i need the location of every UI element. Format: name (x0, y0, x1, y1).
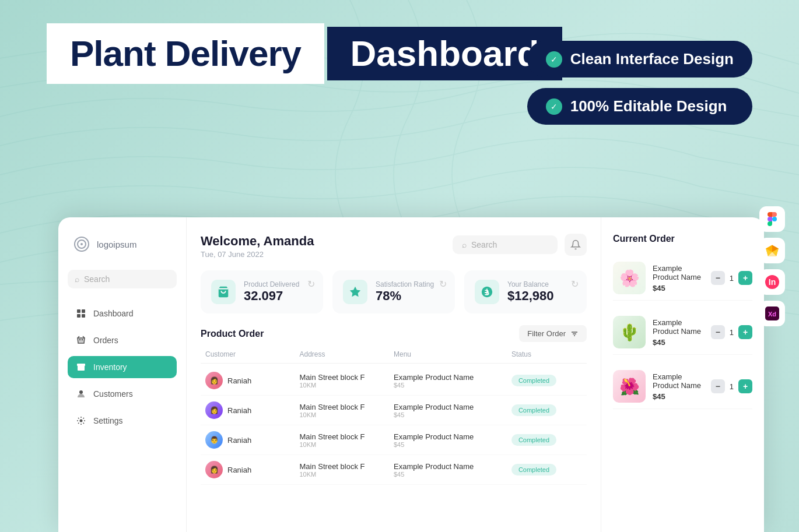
address-cell: Main Street block F 10KM (300, 373, 394, 389)
increase-qty-button[interactable]: + (738, 379, 752, 393)
refresh-icon-3[interactable]: ↻ (571, 279, 579, 290)
product-cell: Example Product Name $45 (394, 462, 511, 478)
right-panel: Current Order 🌸 Example Product Name $45… (601, 217, 764, 532)
sidebar-item-label: Dashboard (93, 309, 134, 318)
sketch-icon[interactable] (759, 238, 785, 263)
product-price: $45 (394, 411, 511, 418)
hero-subtitle: Dashboard (351, 34, 539, 73)
stat-info: Your Balance $12,980 (507, 280, 554, 304)
sidebar-item-customers[interactable]: Customers (68, 383, 177, 405)
search-text: Search (471, 240, 497, 249)
decrease-qty-button[interactable]: − (711, 271, 725, 285)
status-cell: Completed (511, 434, 582, 446)
customer-name: Raniah (227, 376, 251, 385)
svg-rect-5 (77, 314, 80, 318)
address-main: Main Street block F (300, 462, 394, 471)
status-cell: Completed (511, 404, 582, 416)
svg-point-12 (79, 390, 83, 394)
order-name: Example Product Name (653, 318, 704, 336)
welcome-section: Welcome, Amanda Tue, 07 June 2022 (201, 234, 314, 259)
svg-text:In: In (769, 277, 776, 287)
qty-number: 1 (730, 328, 734, 337)
invision-icon[interactable]: In (759, 269, 785, 295)
status-badge: Completed (511, 464, 556, 475)
product-price: $45 (394, 441, 511, 448)
check-icon-1: ✓ (546, 51, 562, 68)
grid-icon (76, 308, 86, 319)
address-sub: 10KM (300, 411, 394, 418)
decrease-qty-button[interactable]: − (711, 325, 725, 339)
search-icon: ⌕ (462, 240, 467, 249)
product-price: $45 (394, 382, 511, 389)
product-image-1: 🌸 (613, 262, 646, 294)
order-name: Example Product Name (653, 264, 704, 281)
notification-button[interactable] (565, 234, 587, 256)
product-image-2: 🌵 (613, 316, 646, 348)
table-row: 👩 Raniah Main Street block F 10KM Exampl… (201, 396, 587, 425)
increase-qty-button[interactable]: + (738, 325, 752, 339)
sidebar-item-label: Customers (93, 389, 133, 399)
svg-rect-4 (82, 309, 85, 313)
sidebar-item-label: Orders (93, 336, 118, 345)
avatar: 👨 (205, 431, 223, 449)
stat-label-balance: Your Balance (507, 280, 554, 288)
welcome-text: Welcome, Amanda (201, 234, 314, 249)
product-name: Example Product Name (394, 462, 511, 471)
increase-qty-button[interactable]: + (738, 271, 752, 285)
check-icon-2: ✓ (546, 98, 562, 115)
customer-cell: 👩 Raniah (205, 372, 300, 389)
sidebar-search[interactable]: ⌕ Search (68, 270, 177, 288)
product-cell: Example Product Name $45 (394, 432, 511, 448)
figma-icon[interactable] (759, 206, 785, 232)
sidebar-item-settings[interactable]: Settings (68, 410, 177, 432)
orders-section: Product Order Filter Order Customer Addr… (201, 325, 587, 516)
orders-title: Product Order (201, 329, 264, 339)
box-icon (76, 362, 86, 372)
refresh-icon-2[interactable]: ↻ (439, 279, 447, 290)
stat-icon-dollar (475, 280, 499, 304)
sidebar-item-dashboard[interactable]: Dashboard (68, 302, 177, 325)
xd-icon[interactable]: Xd (759, 301, 785, 326)
refresh-icon-1[interactable]: ↻ (307, 279, 315, 290)
sidebar-item-orders[interactable]: Orders (68, 329, 177, 351)
badge-1: ✓ Clean Interface Design (527, 41, 752, 77)
main-content: Welcome, Amanda Tue, 07 June 2022 ⌕ Sear… (187, 217, 601, 532)
svg-point-8 (82, 339, 83, 340)
address-cell: Main Street block F 10KM (300, 403, 394, 418)
product-name: Example Product Name (394, 432, 511, 441)
address-sub: 10KM (300, 471, 394, 478)
qty-number: 1 (730, 382, 734, 391)
table-row: 👨 Raniah Main Street block F 10KM Exampl… (201, 425, 587, 455)
svg-rect-3 (77, 309, 80, 313)
sidebar-item-label: Inventory (93, 362, 127, 372)
col-address: Address (300, 350, 394, 358)
stat-card-rating: Satisfaction Rating 78% ↻ (332, 270, 455, 313)
stat-info: Product Delivered 32.097 (244, 280, 299, 304)
order-info: Example Product Name $45 (653, 372, 704, 401)
avatar: 👩 (205, 372, 223, 389)
table-row: 👩 Raniah Main Street block F 10KM Exampl… (201, 455, 587, 485)
stats-row: Product Delivered 32.097 ↻ Satisfaction … (201, 270, 587, 313)
status-badge: Completed (511, 404, 556, 416)
address-main: Main Street block F (300, 432, 394, 441)
qty-controls: − 1 + (711, 271, 752, 285)
logo-text: logoipsum (97, 239, 136, 249)
table-header: Customer Address Menu Status (201, 350, 587, 364)
decrease-qty-button[interactable]: − (711, 379, 725, 393)
sidebar-item-inventory[interactable]: Inventory (68, 356, 177, 378)
product-name: Example Product Name (394, 403, 511, 411)
qty-number: 1 (730, 274, 734, 283)
customer-cell: 👩 Raniah (205, 401, 300, 419)
filter-button[interactable]: Filter Order (519, 325, 587, 342)
col-menu: Menu (394, 350, 511, 358)
top-search-box[interactable]: ⌕ Search (453, 235, 558, 254)
sidebar-search-placeholder: Search (84, 274, 110, 284)
stat-label-delivered: Product Delivered (244, 280, 299, 288)
badge-text-2: 100% Editable Design (570, 97, 727, 115)
order-price: $45 (653, 392, 704, 401)
stat-info: Satisfaction Rating 78% (376, 280, 434, 304)
top-search-area: ⌕ Search (453, 234, 587, 256)
customer-name: Raniah (227, 436, 251, 445)
status-cell: Completed (511, 375, 582, 386)
order-price: $45 (653, 284, 704, 293)
